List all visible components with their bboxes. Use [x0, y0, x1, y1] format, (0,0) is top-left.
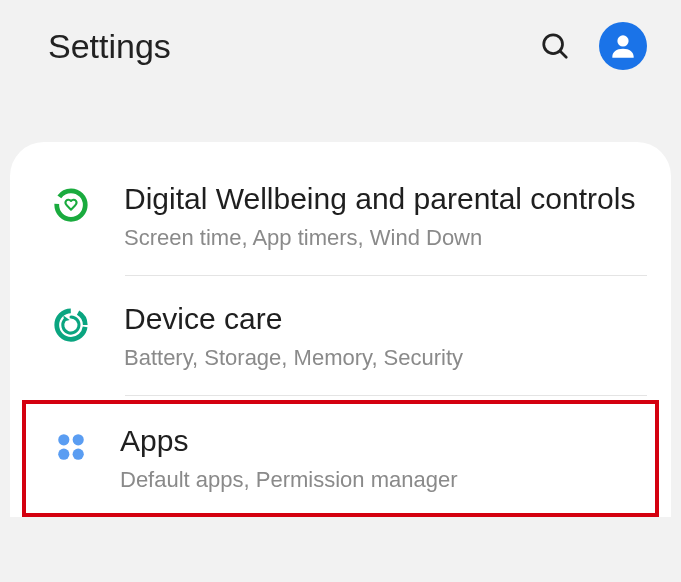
item-text: Apps Default apps, Permission manager	[120, 422, 639, 493]
search-icon	[540, 31, 570, 61]
item-subtitle: Screen time, App timers, Wind Down	[124, 224, 643, 252]
page-title: Settings	[48, 27, 511, 66]
svg-point-7	[58, 449, 69, 460]
settings-item-device-care[interactable]: Device care Battery, Storage, Memory, Se…	[10, 276, 671, 395]
account-button[interactable]	[599, 22, 647, 70]
settings-list-card: Digital Wellbeing and parental controls …	[10, 142, 671, 517]
item-text: Device care Battery, Storage, Memory, Se…	[124, 300, 643, 371]
item-title: Device care	[124, 300, 643, 338]
person-icon	[607, 30, 639, 62]
item-title: Apps	[120, 422, 639, 460]
settings-item-apps[interactable]: Apps Default apps, Permission manager	[26, 404, 655, 513]
svg-point-3	[57, 191, 86, 220]
svg-line-1	[560, 51, 566, 57]
svg-point-4	[57, 311, 86, 340]
item-subtitle: Default apps, Permission manager	[120, 466, 639, 494]
apps-icon	[50, 426, 92, 468]
digital-wellbeing-icon	[50, 184, 92, 226]
item-subtitle: Battery, Storage, Memory, Security	[124, 344, 643, 372]
highlight-apps: Apps Default apps, Permission manager	[22, 400, 659, 517]
settings-header: Settings	[0, 0, 681, 92]
search-button[interactable]	[531, 22, 579, 70]
item-text: Digital Wellbeing and parental controls …	[124, 180, 643, 251]
settings-item-digital-wellbeing[interactable]: Digital Wellbeing and parental controls …	[10, 156, 671, 275]
svg-point-6	[73, 434, 84, 445]
device-care-icon	[50, 304, 92, 346]
divider	[125, 395, 647, 396]
svg-point-5	[58, 434, 69, 445]
svg-point-2	[617, 35, 628, 46]
svg-point-8	[73, 449, 84, 460]
item-title: Digital Wellbeing and parental controls	[124, 180, 643, 218]
